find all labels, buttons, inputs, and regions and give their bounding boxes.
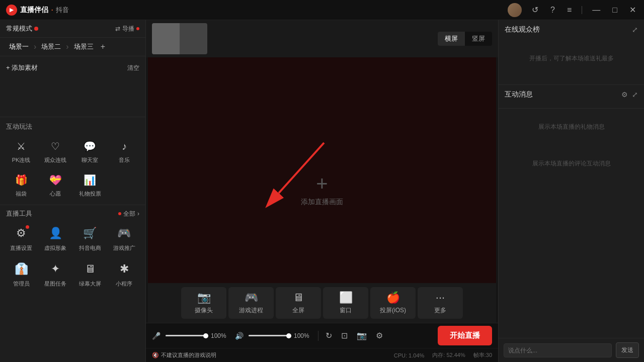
interactive-gift-vote[interactable]: 📊 礼物投票 bbox=[75, 170, 105, 200]
source-game[interactable]: 🎮 游戏进程 bbox=[228, 287, 274, 319]
materials-area: + 添加素材 清空 bbox=[0, 56, 145, 117]
tool-ecommerce[interactable]: 🛒 抖音电商 bbox=[75, 222, 105, 254]
source-ios[interactable]: 🍎 投屏(iOS) bbox=[370, 287, 416, 319]
msg-spacer bbox=[499, 227, 644, 338]
close-button[interactable]: ✕ bbox=[627, 3, 638, 17]
refresh-icon[interactable]: ↻ bbox=[324, 329, 334, 342]
platform-name: 抖音 bbox=[56, 6, 69, 15]
status-bar: 🔇 不建议直播的游戏说明 CPU: 1.04% 内存: 52.44% 帧率:30 bbox=[146, 348, 498, 362]
mode-label[interactable]: 常规模式 bbox=[6, 24, 38, 33]
source-buttons-container: 📷 摄像头 🎮 游戏进程 🖥 全屏 ⬜ 窗口 bbox=[148, 283, 496, 323]
mic-slider[interactable] bbox=[166, 335, 206, 336]
add-scene-button[interactable]: + bbox=[101, 42, 105, 51]
interactive-grid: ⚔ PK连线 ♡ 观众连线 💬 聊天室 ♪ 音乐 🎁 福袋 bbox=[6, 136, 139, 200]
tool-live-settings[interactable]: ⚙ 直播设置 bbox=[6, 222, 36, 254]
music-icon: ♪ bbox=[116, 138, 132, 154]
scene-tab-1[interactable]: 场景一 bbox=[6, 41, 32, 53]
interactive-msg-icons: ⚙ ⤢ bbox=[621, 90, 638, 99]
ctrl-sep-1 bbox=[318, 331, 318, 341]
window-icon: ⬜ bbox=[339, 291, 353, 304]
vol-handle[interactable] bbox=[286, 333, 291, 338]
source-fullscreen[interactable]: 🖥 全屏 bbox=[276, 287, 321, 319]
left-panel: 常规模式 ⇄ 导播 场景一 › 场景二 › 场景三 + + 添加素材 bbox=[0, 20, 146, 362]
title-bar: ▶ 直播伴侣 · 抖音 ↺ ? ≡ — □ ✕ bbox=[0, 0, 644, 20]
chat-input[interactable] bbox=[504, 343, 612, 357]
menu-icon[interactable]: ≡ bbox=[565, 4, 574, 17]
start-live-button[interactable]: 开始直播 bbox=[438, 326, 492, 345]
materials-toolbar: + 添加素材 清空 bbox=[4, 60, 141, 75]
avatar[interactable] bbox=[508, 3, 522, 17]
add-canvas-plus[interactable]: + bbox=[316, 173, 328, 194]
tool-game-promo[interactable]: 🎮 游戏推广 bbox=[109, 222, 139, 254]
mic-handle[interactable] bbox=[203, 333, 208, 338]
platform-separator: · bbox=[51, 7, 53, 14]
status-right: CPU: 1.04% 内存: 52.44% 帧率:30 bbox=[394, 351, 492, 359]
chat-send-button[interactable]: 发送 bbox=[616, 342, 639, 358]
audience-icon: ♡ bbox=[47, 138, 63, 154]
source-bar: 📷 摄像头 🎮 游戏进程 🖥 全屏 ⬜ 窗口 bbox=[148, 283, 496, 323]
source-camera[interactable]: 📷 摄像头 bbox=[181, 287, 226, 319]
miniprogram-icon: ✱ bbox=[115, 260, 133, 278]
tools-section: 直播工具 全部 › ⚙ 直播设置 👤 虚拟形象 🛒 抖音电商 bbox=[0, 205, 145, 294]
more-icon: ··· bbox=[436, 291, 445, 304]
screen-toggle: 横屏 竖屏 bbox=[438, 32, 492, 46]
pk-icon: ⚔ bbox=[13, 138, 29, 154]
import-mode[interactable]: ⇄ 导播 bbox=[115, 25, 139, 33]
right-panel: 在线观众榜 ⤢ 开播后，可了解本场谁送礼最多 互动消息 ⚙ ⤢ 展示本场直播的 bbox=[498, 20, 644, 362]
interactive-expand-icon[interactable]: ⤢ bbox=[632, 90, 638, 99]
interactive-lucky-bag[interactable]: 🎁 福袋 bbox=[6, 170, 36, 200]
interactive-msgs-header-section: 互动消息 ⚙ ⤢ bbox=[499, 85, 644, 109]
tool-miniprogram[interactable]: ✱ 小程序 bbox=[109, 258, 139, 290]
scene-tabs: 场景一 › 场景二 › 场景三 + bbox=[0, 38, 145, 56]
add-canvas-label: 添加直播画面 bbox=[301, 198, 343, 207]
vol-slider[interactable] bbox=[249, 335, 289, 336]
title-bar-controls: ↺ ? ≡ — □ ✕ bbox=[508, 3, 638, 17]
tool-green-screen[interactable]: 🖥 绿幕大屏 bbox=[75, 258, 105, 290]
lucky-bag-icon: 🎁 bbox=[13, 172, 29, 188]
interactive-settings-icon[interactable]: ⚙ bbox=[621, 90, 628, 99]
interactive-wish[interactable]: 💝 心愿 bbox=[40, 170, 70, 200]
app-name: 直播伴侣 bbox=[20, 6, 48, 15]
settings-ctrl-icon[interactable]: ⚙ bbox=[374, 329, 385, 342]
help-icon[interactable]: ↺ bbox=[530, 3, 540, 17]
audience-expand-icon[interactable]: ⤢ bbox=[632, 26, 638, 34]
interactive-title: 互动玩法 bbox=[6, 122, 139, 131]
status-warning: 🔇 不建议直播的游戏说明 bbox=[152, 351, 216, 359]
tool-admin[interactable]: 👔 管理员 bbox=[6, 258, 36, 290]
interactive-section: 互动玩法 ⚔ PK连线 ♡ 观众连线 💬 聊天室 ♪ 音乐 bbox=[0, 117, 145, 205]
interactive-music[interactable]: ♪ 音乐 bbox=[109, 136, 139, 166]
scene-tab-3[interactable]: 场景三 bbox=[71, 41, 97, 53]
interactive-msgs-content: 展示本场直播的礼物消息 展示本场直播的评论互动消息 bbox=[499, 109, 644, 227]
center-panel: 横屏 竖屏 + 添加直播画面 bbox=[146, 20, 498, 362]
portrait-mode-button[interactable]: 竖屏 bbox=[465, 32, 492, 46]
vol-pct: 100% bbox=[294, 332, 313, 339]
tool-virtual-avatar[interactable]: 👤 虚拟形象 bbox=[40, 222, 70, 254]
game-promo-icon: 🎮 bbox=[115, 224, 133, 242]
live-settings-icon: ⚙ bbox=[12, 224, 30, 242]
interactive-audience[interactable]: ♡ 观众连线 bbox=[40, 136, 70, 166]
landscape-mode-button[interactable]: 横屏 bbox=[438, 32, 465, 46]
warning-icon: 🔇 bbox=[152, 352, 159, 358]
tools-all-button[interactable]: 全部 › bbox=[118, 210, 139, 218]
interactive-pk[interactable]: ⚔ PK连线 bbox=[6, 136, 36, 166]
camera-ctrl-icon[interactable]: 📷 bbox=[355, 329, 369, 342]
preview-header: 横屏 竖屏 bbox=[146, 20, 498, 57]
minimize-button[interactable]: — bbox=[590, 4, 602, 17]
scene-tab-2[interactable]: 场景二 bbox=[38, 41, 64, 53]
tools-grid: ⚙ 直播设置 👤 虚拟形象 🛒 抖音电商 🎮 游戏推广 👔 管理员 bbox=[6, 222, 139, 290]
question-icon[interactable]: ? bbox=[548, 4, 557, 17]
virtual-avatar-icon: 👤 bbox=[46, 224, 64, 242]
source-more[interactable]: ··· 更多 bbox=[418, 287, 463, 319]
control-bar: 🎤 100% 🔊 100% ↻ ⊡ 📷 ⚙ 开始直播 bbox=[146, 323, 498, 348]
record-icon[interactable]: ⊡ bbox=[339, 329, 350, 342]
audience-section: 在线观众榜 ⤢ 开播后，可了解本场谁送礼最多 bbox=[499, 20, 644, 85]
msg-gift: 展示本场直播的礼物消息 bbox=[505, 113, 638, 141]
clear-button[interactable]: 清空 bbox=[127, 64, 139, 72]
tool-star-task[interactable]: ✦ 星图任务 bbox=[40, 258, 70, 290]
add-material-button[interactable]: + 添加素材 bbox=[6, 63, 38, 72]
interactive-chat[interactable]: 💬 聊天室 bbox=[75, 136, 105, 166]
maximize-button[interactable]: □ bbox=[610, 4, 619, 17]
source-window[interactable]: ⬜ 窗口 bbox=[323, 287, 368, 319]
mem-status: 内存: 52.44% bbox=[432, 351, 465, 359]
warning-text: 不建议直播的游戏说明 bbox=[161, 351, 216, 359]
